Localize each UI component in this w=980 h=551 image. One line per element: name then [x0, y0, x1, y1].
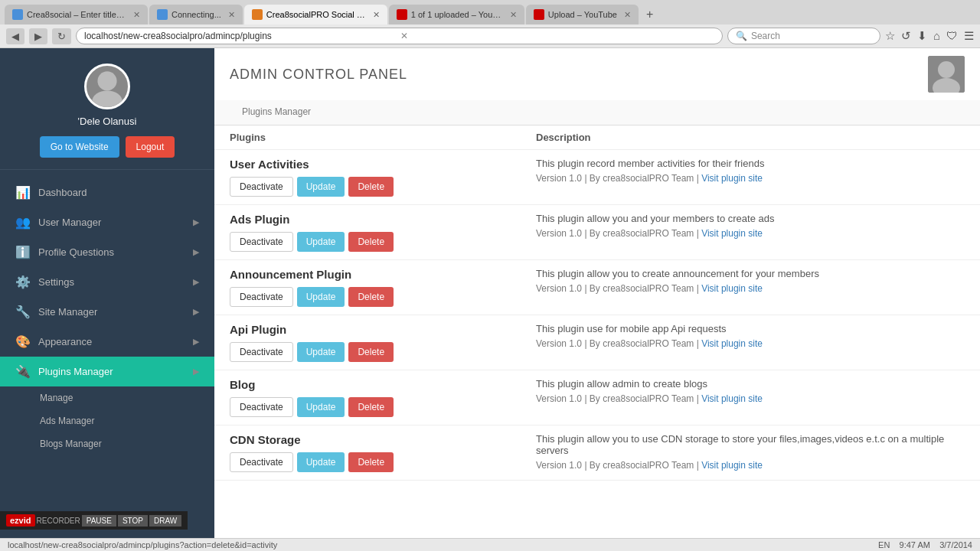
shield-icon[interactable]: 🛡: [946, 29, 958, 43]
plugin-name-3: Api Plugin: [230, 323, 505, 336]
tab-label-4: 1 of 1 uploaded – YouTube: [411, 10, 503, 19]
tab-close-1[interactable]: ✕: [133, 10, 140, 20]
tab-close-3[interactable]: ✕: [373, 10, 380, 20]
delete-button-1[interactable]: Delete: [348, 232, 394, 252]
plugin-desc-4: This plugin allow admin to create blogs: [536, 378, 965, 390]
search-icon: 🔍: [736, 31, 747, 41]
url-bar[interactable]: localhost/new-crea8socialpro/admincp/plu…: [76, 28, 723, 44]
tab-close-5[interactable]: ✕: [624, 10, 631, 20]
ezvid-pause-button[interactable]: PAUSE: [82, 515, 116, 527]
update-button-4[interactable]: Update: [297, 397, 345, 417]
sidebar-actions: Go to Website Logout: [40, 136, 175, 158]
sidebar-item-profile-questions-left: ℹ️ Profile Questions: [15, 245, 114, 259]
deactivate-button-5[interactable]: Deactivate: [230, 452, 293, 472]
plugin-name-2: Announcement Plugin: [230, 268, 505, 281]
plugin-meta-1: Version 1.0 | By crea8socialPRO Team | V…: [536, 228, 965, 239]
breadcrumb-tabs: Plugins Manager: [214, 100, 980, 126]
url-clear-button[interactable]: ✕: [400, 31, 714, 41]
sidebar-item-profile-questions[interactable]: ℹ️ Profile Questions ▶: [0, 237, 214, 267]
delete-button-5[interactable]: Delete: [348, 452, 394, 472]
deactivate-button-0[interactable]: Deactivate: [230, 177, 293, 197]
plugins-manager-icon: 🔌: [15, 364, 31, 379]
visit-plugin-site-link-3[interactable]: Visit plugin site: [701, 338, 763, 349]
table-row: CDN Storage Deactivate Update Delete Thi…: [214, 425, 980, 481]
download-icon[interactable]: ⬇: [917, 29, 927, 43]
bookmarks-icon[interactable]: ☆: [885, 29, 895, 43]
home-icon[interactable]: ⌂: [933, 29, 940, 43]
search-bar[interactable]: 🔍 Search: [727, 28, 880, 44]
tab-4[interactable]: 1 of 1 uploaded – YouTube ✕: [389, 5, 524, 24]
svg-point-0: [97, 71, 116, 90]
tab-3[interactable]: Crea8socialPRO Social Netw... ✕: [244, 5, 387, 24]
visit-plugin-site-link-4[interactable]: Visit plugin site: [701, 393, 763, 404]
deactivate-button-2[interactable]: Deactivate: [230, 287, 293, 307]
deactivate-button-3[interactable]: Deactivate: [230, 342, 293, 362]
visit-plugin-site-link-1[interactable]: Visit plugin site: [701, 228, 763, 239]
plugin-meta-4: Version 1.0 | By crea8socialPRO Team | V…: [536, 393, 965, 404]
sidebar-item-dashboard[interactable]: 📊 Dashboard: [0, 178, 214, 207]
table-row: Ads Plugin Deactivate Update Delete This…: [214, 205, 980, 260]
sidebar-item-user-manager[interactable]: 👥 User Manager ▶: [0, 207, 214, 237]
update-button-2[interactable]: Update: [297, 287, 345, 307]
sidebar-sub-item-manage[interactable]: Manage: [0, 386, 214, 409]
svg-point-3: [938, 61, 955, 78]
update-button-1[interactable]: Update: [297, 232, 345, 252]
tab-favicon-3: [252, 9, 263, 20]
sidebar-item-label-plugins-manager: Plugins Manager: [38, 366, 113, 377]
refresh-page-icon[interactable]: ↺: [901, 29, 911, 43]
tab-close-2[interactable]: ✕: [228, 10, 235, 20]
back-button[interactable]: ◀: [6, 28, 24, 44]
plugin-name-0: User Activities: [230, 158, 505, 171]
deactivate-button-1[interactable]: Deactivate: [230, 232, 293, 252]
plugins-manager-arrow-icon: ▶: [193, 367, 199, 377]
tab-label-3: Crea8socialPRO Social Netw...: [266, 10, 366, 19]
settings-arrow-icon: ▶: [193, 277, 199, 287]
visit-plugin-site-link-2[interactable]: Visit plugin site: [701, 283, 763, 294]
refresh-button[interactable]: ↻: [52, 28, 71, 44]
ezvid-logo: ezvid: [6, 514, 35, 527]
sidebar-item-settings[interactable]: ⚙️ Settings ▶: [0, 267, 214, 297]
update-button-0[interactable]: Update: [297, 177, 345, 197]
logout-button[interactable]: Logout: [126, 136, 175, 158]
plugin-meta-0: Version 1.0 | By crea8socialPRO Team | V…: [536, 173, 965, 184]
app-body: 'Dele Olanusi Go to Website Logout 📊 Das…: [0, 48, 980, 538]
sidebar-item-site-manager[interactable]: 🔧 Site Manager ▶: [0, 297, 214, 327]
forward-button[interactable]: ▶: [29, 28, 47, 44]
sidebar-item-plugins-manager[interactable]: 🔌 Plugins Manager ▶: [0, 357, 214, 386]
visit-plugin-site-link-5[interactable]: Visit plugin site: [701, 460, 763, 471]
sidebar-sub-item-blogs-manager[interactable]: Blogs Manager: [0, 432, 214, 455]
deactivate-button-4[interactable]: Deactivate: [230, 397, 293, 417]
sidebar-item-label-user-manager: User Manager: [38, 217, 101, 228]
delete-button-0[interactable]: Delete: [348, 177, 394, 197]
sidebar-nav: 📊 Dashboard 👥 User Manager ▶ ℹ️ Profile …: [0, 170, 214, 463]
table-row: Announcement Plugin Deactivate Update De…: [214, 260, 980, 315]
menu-icon[interactable]: ☰: [964, 29, 974, 43]
breadcrumb-item[interactable]: Plugins Manager: [230, 100, 323, 125]
tab-2[interactable]: Connecting... ✕: [149, 5, 243, 24]
ezvid-stop-button[interactable]: STOP: [118, 515, 148, 527]
page-title: ADMIN CONTROL PANEL: [230, 67, 407, 83]
plugin-actions-5: Deactivate Update Delete: [230, 452, 505, 472]
go-to-website-button[interactable]: Go to Website: [40, 136, 119, 158]
plugin-meta-5: Version 1.0 | By crea8socialPRO Team | V…: [536, 460, 965, 471]
plugin-name-1: Ads Plugin: [230, 213, 505, 226]
update-button-3[interactable]: Update: [297, 342, 345, 362]
ezvid-bar: ezvid RECORDER PAUSE STOP DRAW: [0, 511, 188, 530]
delete-button-2[interactable]: Delete: [348, 287, 394, 307]
tab-1[interactable]: Crea8social – Enter title here ✕: [5, 5, 148, 24]
sidebar-sub-item-ads-manager[interactable]: Ads Manager: [0, 409, 214, 432]
new-tab-button[interactable]: +: [640, 5, 659, 24]
tab-close-4[interactable]: ✕: [510, 10, 517, 20]
profile-questions-icon: ℹ️: [15, 245, 31, 259]
visit-plugin-site-link-0[interactable]: Visit plugin site: [701, 173, 763, 184]
panel-avatar: [928, 56, 965, 93]
delete-button-4[interactable]: Delete: [348, 397, 394, 417]
sidebar-item-user-manager-left: 👥 User Manager: [15, 215, 101, 230]
update-button-5[interactable]: Update: [297, 452, 345, 472]
ezvid-draw-button[interactable]: DRAW: [149, 515, 181, 527]
delete-button-3[interactable]: Delete: [348, 342, 394, 362]
tab-5[interactable]: Upload – YouTube ✕: [526, 5, 639, 24]
tab-favicon-2: [157, 9, 168, 20]
sidebar-item-appearance[interactable]: 🎨 Appearance ▶: [0, 327, 214, 357]
user-manager-icon: 👥: [15, 215, 31, 230]
